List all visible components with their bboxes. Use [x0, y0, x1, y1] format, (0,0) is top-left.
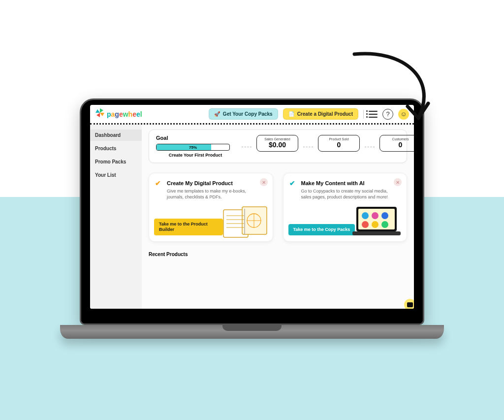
- sidebar: Dashboard Products Promo Packs Your List: [90, 125, 142, 309]
- svg-rect-0: [223, 210, 248, 237]
- goal-title: Goal: [156, 135, 235, 141]
- card-title: Make My Content with AI: [301, 180, 400, 186]
- get-copy-packs-button[interactable]: 🚀 Get Your Copy Packs: [209, 108, 278, 120]
- svg-rect-12: [352, 231, 401, 235]
- svg-point-17: [372, 221, 378, 228]
- sidebar-item-products[interactable]: Products: [90, 143, 142, 154]
- sidebar-item-dashboard[interactable]: Dashboard: [90, 129, 142, 141]
- copy-packs-button[interactable]: Take me to the Copy Packs: [288, 224, 355, 235]
- chat-icon: [407, 302, 413, 307]
- card-ai-content: ✕ ✔ Make My Content with AI Go to Copypa…: [283, 173, 408, 242]
- sidebar-item-your-list[interactable]: Your List: [90, 169, 142, 181]
- goal-progress: 75%: [156, 144, 230, 151]
- card-title: Create My Digital Product: [167, 180, 266, 186]
- chat-widget-button[interactable]: [404, 299, 414, 309]
- main-panel: Goal 75% Create Your First Product Sales…: [142, 125, 414, 309]
- svg-point-18: [381, 221, 388, 228]
- svg-point-14: [372, 212, 378, 219]
- goal-subtitle: Create Your First Product: [156, 153, 235, 158]
- svg-rect-1: [242, 207, 267, 234]
- brand-logo[interactable]: pagewheel: [95, 108, 142, 120]
- notebook-illustration-icon: [220, 205, 270, 239]
- svg-point-16: [362, 221, 369, 228]
- svg-rect-10: [356, 207, 397, 231]
- sidebar-item-promo-packs[interactable]: Promo Packs: [90, 156, 142, 167]
- card-create-product: ✕ ✔ Create My Digital Product Give me te…: [149, 173, 273, 242]
- dismiss-card-button[interactable]: ✕: [260, 178, 268, 186]
- svg-point-13: [362, 212, 369, 219]
- document-icon: 📄: [288, 111, 294, 117]
- callout-arrow-icon: [335, 49, 448, 148]
- dismiss-card-button[interactable]: ✕: [394, 178, 402, 186]
- stat-sales-label: Sales Generated: [264, 137, 290, 141]
- laptop-base: [60, 325, 444, 339]
- connector-line: [303, 147, 313, 147]
- connector-line: [242, 147, 252, 147]
- check-icon: ✔: [155, 179, 161, 187]
- stat-sales-value: $0.00: [269, 141, 286, 149]
- card-desc: Go to Copypacks to create my social medi…: [301, 188, 390, 200]
- get-copy-packs-label: Get Your Copy Packs: [223, 111, 273, 117]
- laptop-social-illustration-icon: [349, 204, 404, 239]
- recent-products-heading: Recent Products: [149, 252, 407, 257]
- pinwheel-icon: [95, 108, 105, 120]
- check-icon: ✔: [289, 179, 295, 187]
- close-icon: ✕: [262, 180, 266, 185]
- close-icon: ✕: [396, 180, 400, 185]
- svg-point-15: [381, 212, 388, 219]
- rocket-icon: 🚀: [214, 111, 220, 117]
- svg-rect-11: [358, 209, 395, 229]
- product-builder-button[interactable]: Take me to the Product Builder: [154, 219, 223, 235]
- goal-progress-pct: 75%: [157, 144, 229, 150]
- card-desc: Give me templates to make my e-books, jo…: [167, 188, 255, 200]
- svg-point-6: [247, 214, 261, 227]
- stat-sales: Sales Generated $0.00: [256, 135, 298, 152]
